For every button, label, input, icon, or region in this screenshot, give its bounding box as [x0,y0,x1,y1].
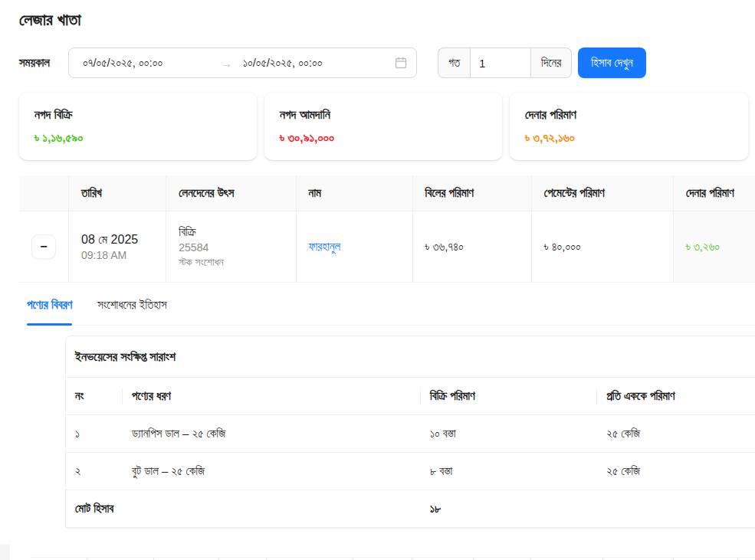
inv-col-no-header: নং [66,378,123,415]
range-end-input[interactable] [243,57,379,70]
card-amount: ৳ ৩০,৯১,০০০ [280,129,487,147]
total-value: ১৮ [421,490,597,528]
card-title: নগদ আমদানি [280,106,487,124]
last-prefix-label: গত [438,47,470,78]
minus-icon: − [40,240,47,254]
summary-card-cash-import: নগদ আমদানি ৳ ৩০,৯১,০০০ [264,93,502,160]
item-qty: ১০ বস্তা [421,415,597,453]
item-no: ২ [66,453,123,490]
item-qty: ৮ বস্তা [421,453,597,490]
item-type: ড্যানপিস ডাল – ২৫ কেজি [123,415,421,453]
transaction-time: 09:18 AM [81,249,153,261]
card-amount: ৳ ১,১৬,৫৯০ [34,129,241,147]
bill-amount-cell: ৳ ৩৬,৭৪০ [412,211,531,283]
collapse-row-button[interactable]: − [31,234,56,259]
invoice-header-row: নং পণ্যের ধরণ বিক্রি পরিমাণ প্রতি এককে প… [66,378,755,415]
source-id: 25584 [179,241,283,254]
total-label: মোট হিসাব [66,490,421,528]
ledger-table: তারিখ লেনদেনের উৎস নাম বিলের পরিমাণ পেমে… [19,175,755,283]
range-start-input[interactable] [83,57,219,70]
ledger-row: − 08 মে 2025 09:18 AM বিক্রি 25584 স্টক … [19,211,755,283]
payment-amount-cell: ৳ ৪০,০০০ [531,211,673,283]
source-cell: বিক্রি 25584 স্টক সংশোধন [166,211,296,283]
col-source-header: লেনদেনের উৎস [166,175,296,211]
item-unit: ২৫ কেজি [597,453,755,490]
invoice-item-row: ১ ড্যানপিস ডাল – ২৫ কেজি ১০ বস্তা ২৫ কেজ… [66,415,755,453]
customer-name-link[interactable]: ফারহানুল [309,240,341,253]
filter-bar: সময়কাল → গত দিনের হিসাব দেখুন [19,47,755,78]
col-name-header: নাম [296,175,412,211]
inv-col-qty-header: বিক্রি পরিমাণ [421,378,597,415]
card-title: দেনার পরিমাণ [525,106,733,124]
col-payment-header: পেমেন্টের পরিমাণ [531,175,673,211]
col-due-header: দেনার পরিমাণ [673,175,755,211]
source-type: বিক্রি [179,225,283,239]
date-range-picker[interactable]: → [68,47,417,78]
calendar-icon[interactable] [395,57,407,69]
partial-next-row [31,557,755,560]
invoice-summary-card: ইনভয়েসের সংক্ষিপ্ত সারাংশ নং পণ্যের ধরণ… [65,336,755,529]
card-title: নগদ বিক্রি [34,106,241,124]
invoice-summary-table: নং পণ্যের ধরণ বিক্রি পরিমাণ প্রতি এককে প… [66,378,755,528]
item-unit: ২৫ কেজি [597,415,755,453]
ledger-page: লেজার খাতা সময়কাল → গত দিনের হিসাব দেখু… [0,0,755,560]
days-count-input[interactable] [470,47,531,78]
days-suffix-label: দিনের [531,47,572,78]
col-expand-header [19,175,69,211]
summary-card-due-amount: দেনার পরিমাণ ৳ ৩,৭২,১৬০ [510,93,748,160]
card-amount: ৳ ৩,৭২,১৬০ [525,129,733,147]
ledger-table-wrap: তারিখ লেনদেনের উৎস নাম বিলের পরিমাণ পেমে… [19,175,755,283]
expanded-row-tabs: পণ্যের বিবরণ সংশোধনের ইতিহাস [27,296,755,326]
summary-cards: নগদ বিক্রি ৳ ১,১৬,৫৯০ নগদ আমদানি ৳ ৩০,৯১… [19,93,755,160]
item-type: বুট ডাল – ২৫ কেজি [123,453,421,490]
invoice-item-row: ২ বুট ডাল – ২৫ কেজি ৮ বস্তা ২৫ কেজি [66,453,755,490]
last-n-days-group: গত দিনের [438,47,572,78]
col-date-header: তারিখ [69,175,166,211]
source-note: স্টক সংশোধন [179,256,283,269]
summary-card-cash-sale: নগদ বিক্রি ৳ ১,১৬,৫৯০ [19,93,257,160]
corner-shade [0,544,10,560]
due-amount-cell: ৳ ৩,২৬০ [673,211,755,283]
invoice-total-row: মোট হিসাব ১৮ [66,490,755,528]
col-bill-header: বিলের পরিমাণ [412,175,531,211]
name-cell: ফারহানুল [296,211,412,283]
expand-cell: − [19,211,69,283]
inv-col-type-header: পণ্যের ধরণ [123,378,421,415]
tab-product-details[interactable]: পণ্যের বিবরণ [27,296,72,325]
swap-right-icon: → [221,57,232,70]
date-cell: 08 মে 2025 09:18 AM [69,211,166,283]
invoice-summary-title: ইনভয়েসের সংক্ষিপ্ত সারাংশ [66,336,755,378]
period-label: সময়কাল [19,56,50,70]
page-title: লেজার খাতা [0,0,755,32]
inv-col-unit-header: প্রতি এককে পরিমাণ [597,378,755,415]
transaction-date: 08 মে 2025 [81,233,153,247]
total-unit-empty [597,490,755,528]
view-account-button[interactable]: হিসাব দেখুন [578,47,645,78]
tab-edit-history[interactable]: সংশোধনের ইতিহাস [97,296,166,325]
ledger-header-row: তারিখ লেনদেনের উৎস নাম বিলের পরিমাণ পেমে… [19,175,755,211]
item-no: ১ [66,415,123,453]
